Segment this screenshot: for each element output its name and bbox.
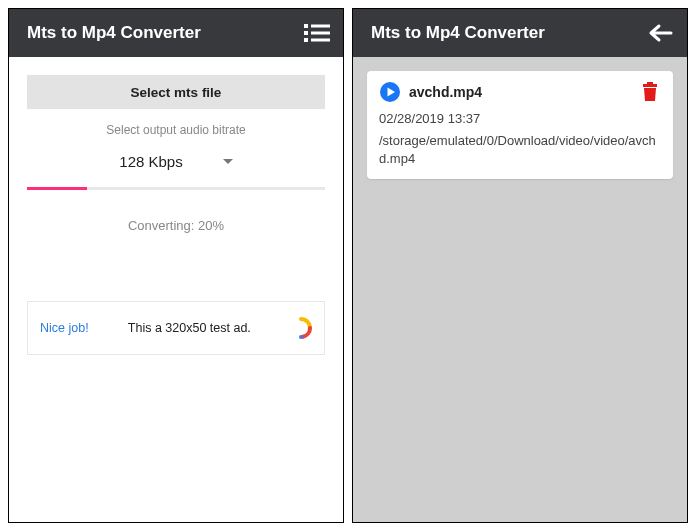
file-date: 02/28/2019 13:37	[379, 111, 661, 126]
bitrate-value: 128 Kbps	[119, 153, 182, 170]
converting-status: Converting: 20%	[27, 218, 325, 233]
phone-right: Mts to Mp4 Converter avchd.mp4	[352, 8, 688, 523]
app-header: Mts to Mp4 Converter	[9, 9, 343, 57]
svg-rect-1	[311, 25, 330, 28]
back-arrow-icon[interactable]	[647, 19, 675, 47]
svg-rect-8	[643, 84, 657, 87]
header-title: Mts to Mp4 Converter	[371, 23, 647, 43]
admob-logo-icon	[290, 317, 312, 339]
ad-banner[interactable]: Nice job! This a 320x50 test ad.	[27, 301, 325, 355]
file-path: /storage/emulated/0/Download/video/video…	[379, 132, 661, 167]
play-icon[interactable]	[379, 81, 401, 103]
file-item: avchd.mp4 02/28/2019 13:37 /storage/emul…	[367, 71, 673, 179]
main-content: Select mts file Select output audio bitr…	[9, 57, 343, 522]
trash-icon[interactable]	[641, 81, 661, 103]
svg-rect-0	[304, 24, 308, 28]
bitrate-dropdown[interactable]: 128 Kbps	[27, 147, 325, 175]
svg-rect-3	[311, 32, 330, 35]
progress-bar	[27, 187, 325, 190]
svg-point-6	[299, 335, 303, 339]
header-title: Mts to Mp4 Converter	[27, 23, 303, 43]
app-header: Mts to Mp4 Converter	[353, 9, 687, 57]
file-name: avchd.mp4	[409, 84, 633, 100]
svg-rect-4	[304, 38, 308, 42]
svg-rect-2	[304, 31, 308, 35]
file-list: avchd.mp4 02/28/2019 13:37 /storage/emul…	[353, 57, 687, 522]
progress-fill	[27, 187, 87, 190]
phone-left: Mts to Mp4 Converter Select mts file Sel…	[8, 8, 344, 523]
menu-list-icon[interactable]	[303, 19, 331, 47]
ad-nice-label: Nice job!	[40, 321, 89, 335]
ad-text: This a 320x50 test ad.	[103, 321, 276, 335]
chevron-down-icon	[223, 159, 233, 164]
bitrate-label: Select output audio bitrate	[27, 123, 325, 137]
file-header-row: avchd.mp4	[379, 81, 661, 103]
select-file-button[interactable]: Select mts file	[27, 75, 325, 109]
svg-rect-5	[311, 39, 330, 42]
svg-rect-9	[647, 82, 653, 84]
